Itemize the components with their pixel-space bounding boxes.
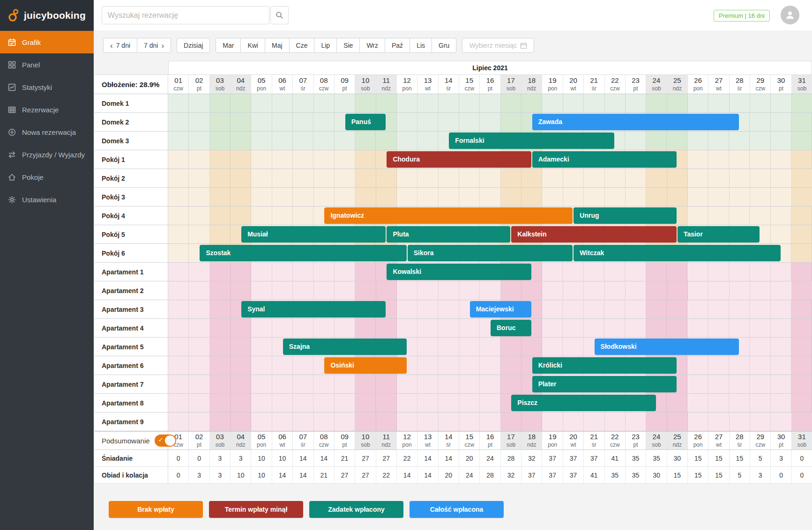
day-cell[interactable]	[397, 375, 417, 393]
day-cell[interactable]	[771, 356, 791, 375]
day-cell[interactable]	[272, 113, 293, 131]
day-cell[interactable]	[605, 281, 626, 300]
day-cell[interactable]	[439, 281, 459, 300]
day-cell[interactable]	[605, 169, 626, 187]
day-cell[interactable]	[500, 356, 521, 375]
day-cell[interactable]	[438, 300, 459, 318]
day-cell[interactable]	[791, 206, 812, 225]
day-cell[interactable]	[251, 188, 272, 206]
day-cell[interactable]	[687, 375, 708, 393]
day-cell[interactable]	[168, 300, 189, 318]
day-cell[interactable]	[397, 169, 417, 187]
day-cell[interactable]	[355, 188, 376, 206]
day-cell[interactable]	[750, 132, 770, 150]
day-cell[interactable]	[251, 113, 272, 131]
day-cell[interactable]	[605, 94, 626, 112]
day-cell[interactable]	[708, 169, 729, 187]
day-cell[interactable]	[397, 412, 417, 431]
day-cell[interactable]	[459, 394, 480, 412]
day-cell[interactable]	[791, 319, 812, 337]
day-cell[interactable]	[729, 375, 750, 393]
day-cell[interactable]	[189, 169, 209, 187]
day-cell[interactable]	[335, 281, 355, 300]
reservation-bar[interactable]: Chodura	[387, 151, 531, 168]
reservation-bar[interactable]: Tasior	[678, 226, 760, 243]
day-cell[interactable]	[376, 319, 396, 337]
day-cell[interactable]	[210, 113, 231, 131]
day-cell[interactable]	[189, 281, 209, 300]
day-cell[interactable]	[251, 394, 272, 412]
day-cell[interactable]	[355, 394, 376, 412]
day-cell[interactable]	[646, 188, 667, 206]
select-month-button[interactable]: Wybierz miesiąc	[462, 38, 534, 53]
day-cell[interactable]	[729, 206, 750, 225]
day-cell[interactable]	[417, 338, 438, 356]
day-cell[interactable]	[646, 281, 667, 300]
day-cell[interactable]	[272, 150, 293, 169]
day-cell[interactable]	[313, 263, 334, 281]
day-cell[interactable]	[417, 281, 438, 300]
day-cell[interactable]	[189, 132, 209, 150]
day-cell[interactable]	[791, 150, 812, 169]
day-cell[interactable]	[771, 132, 791, 150]
day-cell[interactable]	[272, 188, 293, 206]
day-cell[interactable]	[397, 394, 417, 412]
day-cell[interactable]	[480, 394, 500, 412]
day-cell[interactable]	[210, 356, 231, 375]
day-cell[interactable]	[605, 412, 626, 431]
day-cell[interactable]	[750, 206, 770, 225]
day-cell[interactable]	[646, 169, 667, 187]
user-avatar[interactable]	[781, 6, 799, 24]
day-cell[interactable]	[210, 412, 231, 431]
day-cell[interactable]	[459, 356, 480, 375]
sidebar-item-nowa-rezerwacja[interactable]: Nowa rezerwacja	[0, 121, 94, 143]
day-cell[interactable]	[771, 206, 791, 225]
day-cell[interactable]	[272, 94, 293, 112]
day-cell[interactable]	[501, 169, 521, 187]
day-cell[interactable]	[791, 225, 812, 243]
day-cell[interactable]	[626, 412, 646, 431]
day-cell[interactable]	[272, 412, 293, 431]
legend-button-brak[interactable]: Brak wpłaty	[109, 501, 203, 518]
day-cell[interactable]	[646, 319, 667, 337]
day-cell[interactable]	[480, 338, 500, 356]
day-cell[interactable]	[439, 412, 459, 431]
sidebar-item-grafik[interactable]: Grafik	[0, 31, 94, 53]
day-cell[interactable]	[771, 169, 791, 187]
day-cell[interactable]	[646, 94, 667, 112]
day-cell[interactable]	[750, 375, 770, 393]
day-cell[interactable]	[605, 188, 626, 206]
day-cell[interactable]	[584, 319, 604, 337]
day-cell[interactable]	[293, 394, 313, 412]
today-button[interactable]: Dzisiaj	[177, 38, 210, 53]
day-cell[interactable]	[438, 113, 459, 131]
day-cell[interactable]	[439, 188, 459, 206]
month-button-wrz[interactable]: Wrz	[360, 38, 385, 53]
day-cell[interactable]	[792, 94, 812, 112]
day-cell[interactable]	[355, 94, 376, 112]
day-cell[interactable]	[168, 338, 189, 356]
reservation-bar[interactable]: Kowalski	[387, 264, 531, 280]
day-cell[interactable]	[313, 150, 334, 169]
day-cell[interactable]	[480, 281, 500, 300]
day-cell[interactable]	[459, 169, 480, 187]
day-cell[interactable]	[625, 263, 646, 281]
day-cell[interactable]	[335, 412, 355, 431]
day-cell[interactable]	[251, 132, 272, 150]
day-cell[interactable]	[313, 113, 334, 131]
day-cell[interactable]	[293, 263, 313, 281]
reservation-bar[interactable]: Królicki	[532, 357, 677, 374]
day-cell[interactable]	[251, 263, 272, 281]
day-cell[interactable]	[688, 412, 708, 431]
day-cell[interactable]	[231, 132, 251, 150]
day-cell[interactable]	[687, 356, 708, 375]
day-cell[interactable]	[542, 300, 563, 318]
legend-button-calosc[interactable]: Całość wpłacona	[410, 501, 504, 518]
sidebar-item-panel[interactable]: Panel	[0, 53, 94, 76]
day-cell[interactable]	[376, 94, 397, 112]
day-cell[interactable]	[771, 263, 791, 281]
month-button-cze[interactable]: Cze	[290, 38, 315, 53]
day-cell[interactable]	[646, 300, 667, 318]
day-cell[interactable]	[417, 394, 438, 412]
day-cell[interactable]	[729, 132, 750, 150]
